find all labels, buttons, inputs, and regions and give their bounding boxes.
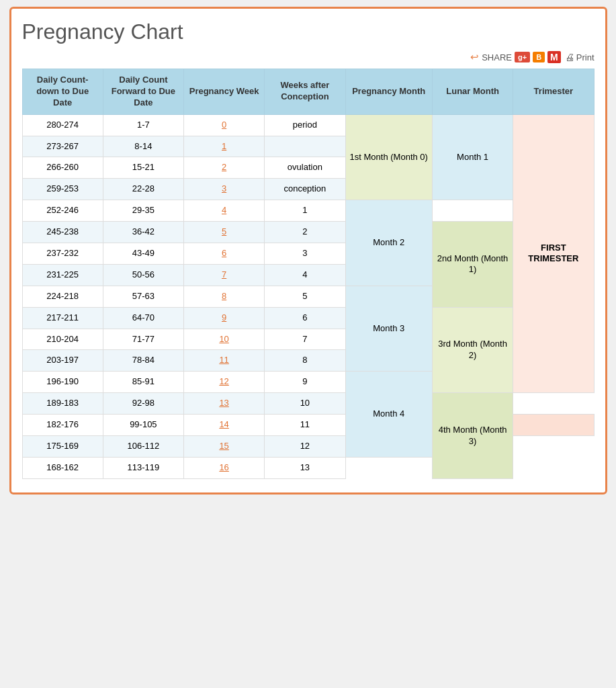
pregnancy-chart-table: Daily Count-down to Due Date Daily Count… (22, 69, 595, 479)
cell-lunar: Month 1 (432, 114, 513, 200)
cell-conception: 7 (265, 329, 345, 350)
cell-week[interactable]: 5 (184, 222, 265, 243)
cell-week[interactable]: 15 (184, 436, 265, 458)
cell-countdown: 280-274 (22, 114, 103, 136)
cell-week[interactable]: 0 (184, 114, 265, 136)
blogger-button[interactable]: B (533, 52, 545, 62)
cell-conception: 3 (265, 243, 345, 265)
cell-countdown: 182-176 (22, 415, 103, 436)
cell-week[interactable]: 3 (184, 179, 265, 200)
cell-countdown: 217-211 (22, 307, 103, 329)
cell-countdown: 224-218 (22, 286, 103, 307)
cell-forward: 50-56 (103, 264, 183, 286)
share-toolbar: ↩ SHARE g+ B M (470, 51, 561, 63)
cell-conception: 5 (265, 286, 345, 307)
cell-forward: 99-105 (103, 415, 183, 436)
cell-forward: 92-98 (103, 393, 183, 415)
table-row: 189-18392-9813104th Month (Month 3) (22, 393, 594, 415)
cell-conception: period (265, 114, 345, 136)
table-header-row: Daily Count-down to Due Date Daily Count… (22, 69, 594, 115)
print-button[interactable]: 🖨 Print (565, 52, 595, 62)
cell-forward: 8-14 (103, 136, 183, 157)
googleplus-button[interactable]: g+ (515, 52, 530, 62)
cell-countdown: 237-232 (22, 243, 103, 265)
cell-week[interactable]: 7 (184, 264, 265, 286)
cell-lunar: Month 3 (345, 286, 432, 372)
cell-trimester-empty (513, 415, 594, 436)
cell-countdown: 210-204 (22, 329, 103, 350)
cell-conception: 1 (265, 200, 345, 222)
cell-conception: 12 (265, 436, 345, 458)
cell-forward: 106-112 (103, 436, 183, 458)
print-label: Print (576, 52, 595, 62)
cell-forward: 36-42 (103, 222, 183, 243)
table-row: 217-21164-70963rd Month (Month 2) (22, 307, 594, 329)
table-row: 252-24629-3541Month 2 (22, 200, 594, 222)
cell-preg-month: 2nd Month (Month 1) (432, 222, 513, 308)
cell-forward: 113-119 (103, 457, 183, 478)
cell-countdown: 252-246 (22, 200, 103, 222)
cell-week[interactable]: 4 (184, 200, 265, 222)
cell-forward: 71-77 (103, 329, 183, 350)
cell-forward: 57-63 (103, 286, 183, 307)
cell-preg-month: 4th Month (Month 3) (432, 393, 513, 479)
cell-preg-month: 1st Month (Month 0) (345, 114, 432, 200)
cell-week[interactable]: 12 (184, 372, 265, 393)
header-countdown: Daily Count-down to Due Date (22, 69, 103, 115)
header-trimester: Trimester (513, 69, 594, 115)
cell-countdown: 168-162 (22, 457, 103, 478)
cell-week[interactable]: 6 (184, 243, 265, 265)
header-lunar: Lunar Month (432, 69, 513, 115)
cell-countdown: 231-225 (22, 264, 103, 286)
cell-conception: 13 (265, 457, 345, 478)
cell-conception: 4 (265, 264, 345, 286)
cell-countdown: 189-183 (22, 393, 103, 415)
cell-week[interactable]: 14 (184, 415, 265, 436)
cell-week[interactable]: 16 (184, 457, 265, 478)
cell-conception: conception (265, 179, 345, 200)
cell-trimester: FIRST TRIMESTER (513, 114, 594, 393)
cell-forward: 29-35 (103, 200, 183, 222)
cell-conception: 9 (265, 372, 345, 393)
cell-week[interactable]: 1 (184, 136, 265, 157)
cell-lunar: Month 2 (345, 200, 432, 286)
main-container: Pregnancy Chart ↩ SHARE g+ B M 🖨 Print D… (9, 7, 607, 494)
cell-countdown: 266-260 (22, 157, 103, 179)
cell-preg-month: 3rd Month (Month 2) (432, 307, 513, 393)
cell-countdown: 175-169 (22, 436, 103, 458)
cell-countdown: 203-197 (22, 350, 103, 372)
cell-countdown: 196-190 (22, 372, 103, 393)
cell-conception: 11 (265, 415, 345, 436)
cell-conception (265, 136, 345, 157)
cell-week[interactable]: 13 (184, 393, 265, 415)
cell-forward: 43-49 (103, 243, 183, 265)
table-row: 245-23836-42522nd Month (Month 1) (22, 222, 594, 243)
printer-icon: 🖨 (565, 52, 574, 62)
header-conception: Weeks after Conception (265, 69, 345, 115)
cell-week[interactable]: 11 (184, 350, 265, 372)
share-icon: ↩ (470, 51, 479, 63)
cell-forward: 1-7 (103, 114, 183, 136)
cell-forward: 64-70 (103, 307, 183, 329)
cell-week[interactable]: 2 (184, 157, 265, 179)
table-row: 280-2741-70period1st Month (Month 0)Mont… (22, 114, 594, 136)
gmail-button[interactable]: M (547, 51, 561, 63)
share-label: SHARE (482, 52, 512, 62)
cell-week[interactable]: 8 (184, 286, 265, 307)
cell-week[interactable]: 10 (184, 329, 265, 350)
cell-conception: 10 (265, 393, 345, 415)
cell-countdown: 245-238 (22, 222, 103, 243)
header-week: Pregnancy Week (184, 69, 265, 115)
cell-week[interactable]: 9 (184, 307, 265, 329)
header-preg-month: Pregnancy Month (345, 69, 432, 115)
page-title: Pregnancy Chart (22, 19, 595, 44)
cell-forward: 78-84 (103, 350, 183, 372)
cell-lunar: Month 4 (345, 372, 432, 458)
cell-forward: 85-91 (103, 372, 183, 393)
header-forward: Daily Count Forward to Due Date (103, 69, 183, 115)
cell-countdown: 273-267 (22, 136, 103, 157)
cell-conception: 2 (265, 222, 345, 243)
cell-conception: ovulation (265, 157, 345, 179)
cell-countdown: 259-253 (22, 179, 103, 200)
toolbar: ↩ SHARE g+ B M 🖨 Print (22, 51, 595, 63)
